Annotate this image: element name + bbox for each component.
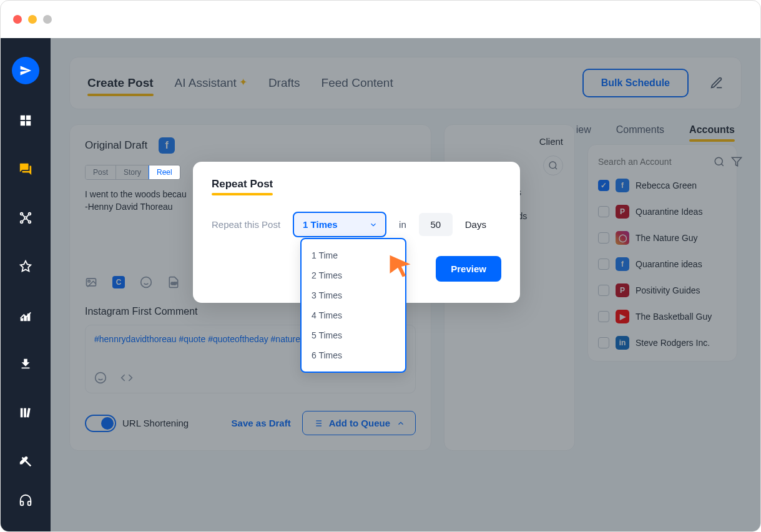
svg-point-8: [29, 221, 31, 224]
modal-title: Repeat Post: [212, 178, 273, 190]
nav-analytics-icon[interactable]: [13, 303, 38, 328]
svg-line-12: [27, 219, 29, 221]
segment-reel[interactable]: Reel: [149, 165, 180, 180]
svg-rect-1: [26, 116, 31, 120]
sidebar: [1, 38, 51, 531]
window-close-dot[interactable]: [13, 15, 22, 24]
svg-line-10: [27, 215, 29, 217]
svg-rect-0: [21, 116, 25, 120]
dropdown-option[interactable]: 5 Times: [302, 325, 405, 345]
repeat-times-dropdown: 1 Time 2 Times 3 Times 4 Times 5 Times 6…: [300, 238, 406, 373]
dropdown-option[interactable]: 4 Times: [302, 305, 405, 325]
svg-line-11: [22, 219, 24, 221]
nav-network-icon[interactable]: [13, 205, 38, 230]
repeat-times-value: 1 Times: [303, 219, 338, 230]
svg-rect-18: [27, 408, 31, 417]
days-input[interactable]: [419, 213, 453, 236]
svg-rect-13: [21, 319, 23, 321]
in-label: in: [399, 219, 406, 230]
nav-support-icon[interactable]: [13, 488, 38, 513]
window-titlebar: [1, 1, 760, 38]
nav-library-icon[interactable]: [13, 400, 38, 425]
dropdown-option[interactable]: 2 Times: [302, 265, 405, 285]
dropdown-option[interactable]: 1 Time: [302, 245, 405, 265]
nav-download-icon[interactable]: [13, 352, 38, 377]
svg-rect-15: [28, 314, 30, 320]
svg-point-6: [29, 213, 31, 215]
nav-dashboard-icon[interactable]: [13, 108, 38, 133]
svg-rect-2: [21, 121, 25, 126]
svg-line-9: [22, 215, 24, 217]
preview-button[interactable]: Preview: [436, 256, 501, 282]
app-logo[interactable]: [12, 57, 39, 84]
nav-target-icon[interactable]: [13, 254, 38, 279]
nav-tools-icon[interactable]: [13, 449, 38, 474]
nav-compose-icon[interactable]: [13, 157, 38, 182]
svg-point-7: [21, 221, 23, 224]
svg-rect-3: [26, 121, 31, 126]
svg-point-4: [24, 217, 27, 219]
chevron-down-icon: [369, 220, 378, 229]
svg-rect-14: [24, 317, 26, 320]
window-min-dot[interactable]: [28, 15, 37, 24]
repeat-times-select[interactable]: 1 Times: [293, 212, 386, 237]
dropdown-option[interactable]: 6 Times: [302, 345, 405, 365]
svg-point-5: [21, 213, 23, 215]
days-label: Days: [465, 219, 486, 230]
svg-rect-17: [24, 408, 26, 418]
window-max-dot[interactable]: [43, 15, 52, 24]
dropdown-option[interactable]: 3 Times: [302, 285, 405, 305]
svg-rect-16: [21, 408, 23, 418]
repeat-label: Repeat this Post: [212, 219, 280, 230]
